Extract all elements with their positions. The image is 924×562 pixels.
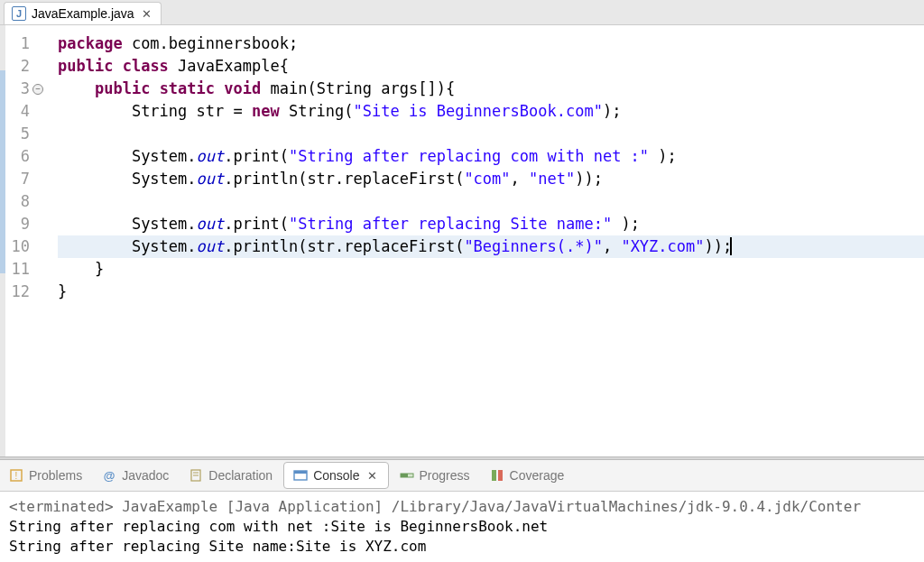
editor-tab[interactable]: J JavaExample.java ✕ <box>4 2 162 24</box>
code-line[interactable]: System.out.print("String after replacing… <box>58 213 924 235</box>
coverage-icon <box>490 468 504 483</box>
tab-label: Progress <box>420 468 470 483</box>
console-line: String after replacing Site name:Site is… <box>9 537 915 557</box>
line-gutter: 123−456789101112 <box>5 25 49 456</box>
line-number: 9 <box>9 213 43 235</box>
tab-coverage[interactable]: Coverage <box>481 463 574 488</box>
svg-rect-9 <box>492 470 496 481</box>
tab-declaration[interactable]: Declaration <box>180 463 282 488</box>
code-line[interactable] <box>58 123 924 145</box>
console-output[interactable]: <terminated> JavaExample [Java Applicati… <box>0 492 924 562</box>
tab-label: Javadoc <box>122 468 169 483</box>
tab-label: Console <box>313 468 359 483</box>
code-line[interactable]: System.out.println(str.replaceFirst("Beg… <box>58 235 924 258</box>
line-number: 11 <box>9 258 43 281</box>
bottom-tab-bar: ! Problems @ Javadoc Declaration Console… <box>0 460 924 492</box>
tab-label: Problems <box>29 468 82 483</box>
tab-console[interactable]: Console ✕ <box>283 462 388 489</box>
tab-problems[interactable]: ! Problems <box>0 463 91 488</box>
svg-rect-10 <box>498 470 503 481</box>
java-file-icon: J <box>12 6 26 21</box>
line-number: 8 <box>9 190 43 213</box>
line-number: 4 <box>9 100 43 123</box>
close-icon[interactable]: ✕ <box>140 7 153 21</box>
code-line[interactable]: System.out.println(str.replaceFirst("com… <box>58 168 924 190</box>
progress-icon <box>400 468 414 483</box>
tab-javadoc[interactable]: @ Javadoc <box>93 463 178 488</box>
javadoc-icon: @ <box>102 468 116 483</box>
tab-progress[interactable]: Progress <box>391 463 479 488</box>
line-number: 10 <box>9 235 43 258</box>
problems-icon: ! <box>9 468 23 483</box>
tab-label: Declaration <box>208 468 273 483</box>
code-line[interactable]: package com.beginnersbook; <box>58 32 924 55</box>
svg-rect-6 <box>294 471 307 474</box>
line-number: 5 <box>9 123 43 145</box>
line-number: 6 <box>9 145 43 168</box>
code-line[interactable]: public static void main(String args[]){ <box>58 78 924 100</box>
line-number: 7 <box>9 168 43 190</box>
console-status: <terminated> JavaExample [Java Applicati… <box>9 497 915 517</box>
line-number: 3− <box>9 78 43 100</box>
editor-tab-bar: J JavaExample.java ✕ <box>0 0 924 25</box>
svg-rect-8 <box>401 474 408 477</box>
close-icon[interactable]: ✕ <box>365 469 379 483</box>
code-line[interactable]: String str = new String("Site is Beginne… <box>58 100 924 123</box>
code-editor[interactable]: 123−456789101112 package com.beginnersbo… <box>0 25 924 456</box>
line-number: 2 <box>9 55 43 78</box>
code-line[interactable]: } <box>58 258 924 281</box>
code-area[interactable]: package com.beginnersbook;public class J… <box>49 25 924 456</box>
console-line: String after replacing com with net :Sit… <box>9 517 915 537</box>
code-line[interactable] <box>58 190 924 213</box>
fold-icon[interactable]: − <box>32 84 43 95</box>
svg-text:!: ! <box>15 471 18 481</box>
code-line[interactable]: public class JavaExample{ <box>58 55 924 78</box>
tab-filename: JavaExample.java <box>32 6 134 21</box>
line-number: 1 <box>9 32 43 55</box>
console-icon <box>293 468 308 483</box>
declaration-icon <box>189 468 203 483</box>
line-number: 12 <box>9 281 43 303</box>
tab-label: Coverage <box>510 468 565 483</box>
code-line[interactable]: System.out.print("String after replacing… <box>58 145 924 168</box>
code-line[interactable]: } <box>58 281 924 303</box>
